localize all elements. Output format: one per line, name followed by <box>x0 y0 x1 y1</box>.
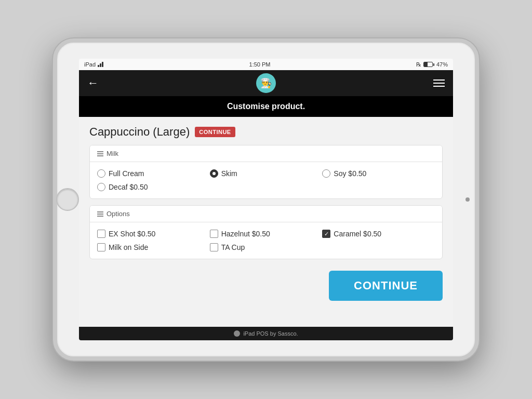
checkbox-option-caramel[interactable]: Caramel $0.50 <box>322 230 435 238</box>
checkbox-ex-shot-label: EX Shot $0.50 <box>109 230 155 238</box>
checkbox-option-milk-on-side[interactable]: Milk on Side <box>97 243 210 251</box>
wifi-icon <box>98 62 103 67</box>
checkbox-option-ex-shot[interactable]: EX Shot $0.50 <box>97 230 210 238</box>
back-button[interactable]: ← <box>87 76 99 90</box>
options-section-title: Options <box>107 210 130 218</box>
radio-option-soy[interactable]: Soy $0.50 <box>322 169 435 178</box>
milk-options: Full Cream Skim Soy $0.50 <box>90 162 442 198</box>
status-bar: iPad 1:50 PM ℞ 47% <box>79 59 453 70</box>
hamburger-line-3 <box>433 86 445 87</box>
continue-button-wrap: CONTINUE <box>89 265 443 303</box>
checkbox-caramel[interactable] <box>322 230 330 238</box>
hamburger-line-2 <box>433 83 445 84</box>
device-label: iPad <box>84 61 96 68</box>
radio-soy[interactable] <box>322 169 330 178</box>
checkbox-milk-on-side-label: Milk on Side <box>109 243 148 251</box>
checkbox-ta-cup-label: TA Cup <box>221 243 245 251</box>
status-left: iPad <box>84 61 103 68</box>
footer-logo-icon <box>234 330 240 337</box>
checkbox-option-ta-cup[interactable]: TA Cup <box>210 243 323 251</box>
radio-skim[interactable] <box>210 169 218 178</box>
home-button[interactable] <box>56 188 79 211</box>
product-header: Cappuccino (Large) CONTINUE <box>89 125 443 139</box>
continue-button[interactable]: CONTINUE <box>329 271 443 301</box>
radio-soy-label: Soy $0.50 <box>334 169 366 178</box>
status-right: ℞ 47% <box>416 61 448 68</box>
checkbox-ta-cup[interactable] <box>210 243 218 251</box>
side-dot <box>466 197 470 202</box>
app-logo: 👨‍🍳 <box>256 73 276 93</box>
checkbox-ex-shot[interactable] <box>97 230 105 238</box>
checkbox-hazelnut[interactable] <box>210 230 218 238</box>
status-time: 1:50 PM <box>249 61 271 68</box>
milk-section-header: Milk <box>90 145 442 162</box>
battery-percent: 47% <box>436 61 448 68</box>
radio-option-full-cream[interactable]: Full Cream <box>97 169 210 178</box>
product-name: Cappuccino (Large) <box>89 125 190 139</box>
bluetooth-icon: ℞ <box>416 61 421 68</box>
milk-section-title: Milk <box>107 150 118 157</box>
radio-skim-label: Skim <box>221 169 237 178</box>
options-section-card: Options EX Shot $0.50 Hazelnut $0.50 <box>89 205 443 259</box>
options-section-icon <box>97 211 103 217</box>
screen: iPad 1:50 PM ℞ 47% <box>79 59 453 340</box>
radio-full-cream-label: Full Cream <box>109 169 144 178</box>
radio-decaf-label: Decaf $0.50 <box>109 183 148 191</box>
menu-button[interactable] <box>433 79 445 87</box>
milk-section-card: Milk Full Cream Skim <box>89 145 443 199</box>
battery-icon <box>423 62 434 67</box>
radio-decaf[interactable] <box>97 183 105 191</box>
checkbox-hazelnut-label: Hazelnut $0.50 <box>221 230 270 238</box>
footer-bar: iPad POS by Sassco. <box>79 327 453 340</box>
page-title: Customise product. <box>227 102 305 111</box>
radio-full-cream[interactable] <box>97 169 105 178</box>
section-header-icon <box>97 151 103 156</box>
hamburger-line-1 <box>433 79 445 81</box>
radio-option-decaf[interactable]: Decaf $0.50 <box>97 183 210 191</box>
continue-badge[interactable]: CONTINUE <box>195 127 235 137</box>
checkbox-milk-on-side[interactable] <box>97 243 105 251</box>
logo-icon: 👨‍🍳 <box>260 77 272 89</box>
options-section-header: Options <box>90 206 442 222</box>
tablet-shell: iPad 1:50 PM ℞ 47% <box>53 38 479 361</box>
radio-option-skim[interactable]: Skim <box>210 169 323 178</box>
checkbox-option-hazelnut[interactable]: Hazelnut $0.50 <box>210 230 323 238</box>
checkbox-caramel-label: Caramel $0.50 <box>334 230 381 238</box>
footer-text: iPad POS by Sassco. <box>243 330 298 337</box>
options-options: EX Shot $0.50 Hazelnut $0.50 Caramel $0.… <box>90 222 442 259</box>
nav-bar: ← 👨‍🍳 <box>79 70 453 96</box>
main-content: Cappuccino (Large) CONTINUE Milk Full Cr… <box>79 117 453 327</box>
page-title-bar: Customise product. <box>79 96 453 117</box>
